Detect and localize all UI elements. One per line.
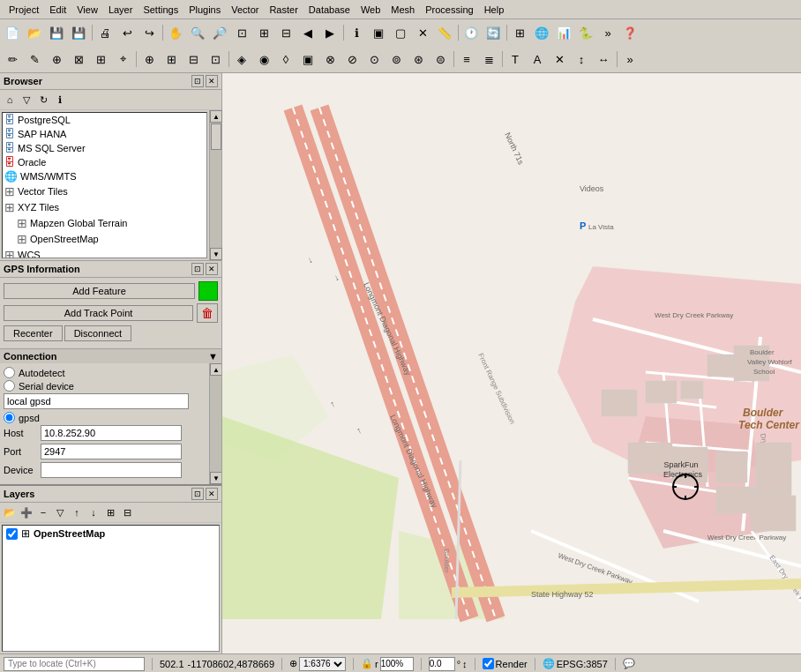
digitize-btn-5[interactable]: ⊞ [90,49,111,70]
zoom-prev-button[interactable]: ◀ [297,22,318,43]
browser-button[interactable]: 🌐 [531,22,552,43]
adv-dig-btn-10[interactable]: ⊜ [430,49,451,70]
browser-scrollbar[interactable]: ▲ ▼ [209,110,221,260]
adv-dig-btn-7[interactable]: ⊙ [363,49,385,70]
browser-info-button[interactable]: ℹ [52,92,68,108]
digitize-btn-3[interactable]: ⊕ [46,49,67,70]
new-project-button[interactable]: 📄 [2,22,23,43]
measure-button[interactable]: 📏 [434,22,455,43]
menu-edit[interactable]: Edit [44,3,71,17]
conn-scroll-track[interactable] [210,376,221,472]
adv-dig-btn-2[interactable]: ◉ [253,49,274,70]
autodetect-radio[interactable] [4,367,15,378]
tree-item-openstreetmap-browser[interactable]: ⊞ OpenStreetMap [3,231,206,247]
layers-up-button[interactable]: ↑ [69,504,85,520]
conn-scroll-up[interactable]: ▲ [210,363,221,376]
browser-home-button[interactable]: ⌂ [2,92,18,108]
undo-button[interactable]: ↩ [116,22,138,43]
layers-float-button[interactable]: ⊡ [191,488,204,500]
tree-item-saphana[interactable]: 🗄 SAP HANA [3,127,206,141]
scale-select[interactable]: 1:6376 [299,657,346,671]
browser-float-button[interactable]: ⊡ [191,75,204,87]
label-btn-1[interactable]: T [505,49,526,70]
tree-item-wmswmts[interactable]: 🌐 WMS/WMTS [3,169,206,183]
label-btn-3[interactable]: ✕ [549,49,570,70]
pan-button[interactable]: ✋ [165,22,186,43]
adv-dig-btn-5[interactable]: ⊗ [319,49,341,70]
snap-btn-3[interactable]: ⊟ [183,49,204,70]
message-item[interactable]: 💬 [623,658,635,669]
browser-close-button[interactable]: ✕ [206,75,218,87]
zoom-next-button[interactable]: ▶ [319,22,341,43]
digitize-btn-1[interactable]: ✏ [2,49,23,70]
conn-scrollbar[interactable]: ▲ ▼ [209,363,221,484]
scroll-thumb[interactable] [211,123,221,150]
digitize-btn-4[interactable]: ⊠ [68,49,89,70]
menu-view[interactable]: View [71,3,103,17]
layer-osm-checkbox[interactable] [6,528,18,540]
digitize-btn-2[interactable]: ✎ [24,49,45,70]
scroll-up-button[interactable]: ▲ [210,110,222,123]
zoom-layer-button[interactable]: ⊞ [253,22,274,43]
menu-project[interactable]: Project [4,3,44,17]
save-as-button[interactable]: 💾 [68,22,89,43]
scroll-track[interactable] [210,123,221,248]
angle-input[interactable] [429,657,455,671]
snap-btn-1[interactable]: ⊕ [138,49,160,70]
tree-item-mapzen[interactable]: ⊞ Mapzen Global Terrain [3,215,206,231]
layers-open-button[interactable]: 📂 [2,504,18,520]
zoom-out-button[interactable]: 🔎 [209,22,230,43]
more-tools-button[interactable]: » [597,22,618,43]
menu-plugins[interactable]: Plugins [183,3,226,17]
crs-item[interactable]: 🌐 EPSG:3857 [543,658,608,669]
attr-btn-1[interactable]: ≡ [456,49,477,70]
label-btn-5[interactable]: ↔ [593,49,614,70]
identify-button[interactable]: ℹ [346,22,367,43]
tree-item-oracle[interactable]: 🗄 Oracle [3,155,206,169]
adv-dig-btn-4[interactable]: ▣ [297,49,318,70]
browser-sync-button[interactable]: ↻ [35,92,51,108]
conn-scroll-down[interactable]: ▼ [210,472,221,484]
adv-dig-btn-8[interactable]: ⊚ [386,49,407,70]
gps-close-button[interactable]: ✕ [206,263,218,275]
tree-item-vectortiles[interactable]: ⊞ Vector Tiles [3,183,206,199]
menu-layer[interactable]: Layer [103,3,138,17]
stats-button[interactable]: 📊 [553,22,574,43]
serial-device-radio[interactable] [4,380,15,392]
browser-filter-button[interactable]: ▽ [19,92,34,108]
map-area[interactable]: Longmont Diagonal Highway Longmont Diago… [222,73,801,653]
tree-item-xyztiles[interactable]: ⊞ XYZ Tiles [3,199,206,215]
python-button[interactable]: 🐍 [575,22,596,43]
more-btn[interactable]: » [619,49,640,70]
delete-track-button[interactable]: 🗑 [197,303,218,323]
add-feature-button[interactable]: Add Feature [4,283,195,299]
rotation-input[interactable] [380,657,414,671]
adv-dig-btn-1[interactable]: ◈ [231,49,252,70]
gps-float-button[interactable]: ⊡ [191,263,204,275]
menu-database[interactable]: Database [303,3,356,17]
clock-button[interactable]: 🕐 [460,22,482,43]
layers-filter-button[interactable]: ▽ [52,504,68,520]
render-checkbox[interactable] [483,658,494,669]
layers-group-button[interactable]: ⊞ [102,504,118,520]
layer-item-osm[interactable]: ⊞ OpenStreetMap [3,526,219,541]
scroll-down-button[interactable]: ▼ [210,248,222,260]
label-btn-2[interactable]: A [527,49,548,70]
layers-remove-button[interactable]: − [35,504,51,520]
add-track-point-button[interactable]: Add Track Point [4,305,193,321]
disconnect-tab-button[interactable]: Disconnect [64,325,131,341]
host-input[interactable] [41,425,182,441]
open-project-button[interactable]: 📂 [24,22,45,43]
help-button[interactable]: ❓ [619,22,640,43]
menu-mesh[interactable]: Mesh [386,3,420,17]
menu-help[interactable]: Help [479,3,510,17]
tree-item-postgresql[interactable]: 🗄 PostgreSQL [3,113,206,127]
recenter-tab-button[interactable]: Recenter [4,325,63,341]
layers-button[interactable]: ⊞ [509,22,530,43]
menu-settings[interactable]: Settings [138,3,183,17]
layers-more-button[interactable]: ⊟ [119,504,135,520]
port-input[interactable] [41,444,182,459]
locate-input[interactable] [4,657,145,671]
snap-btn-4[interactable]: ⊡ [205,49,226,70]
redo-button[interactable]: ↪ [138,22,160,43]
